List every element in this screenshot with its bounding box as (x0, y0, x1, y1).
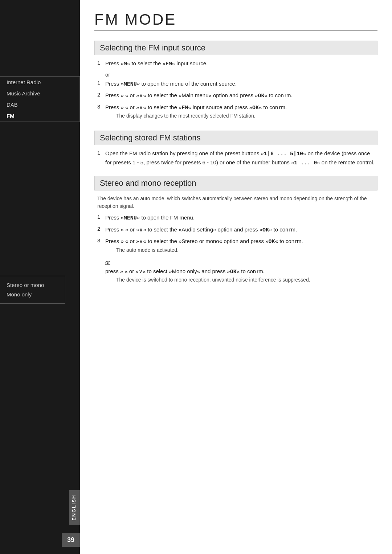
step-number: 1 (97, 149, 105, 156)
step-number: 3 (97, 237, 105, 243)
stored-fm-step-1: 1 Open the FM radio station by pressing … (94, 149, 377, 167)
step-text: Press »MENU« to open the menu of the cur… (105, 80, 237, 89)
or-divider-1: or (94, 71, 377, 78)
main-content: FM MODE Selecting the FM input source 1 … (80, 0, 392, 554)
step-text: Open the FM radio station by pressing on… (105, 149, 377, 167)
page-title: FM MODE (94, 11, 377, 30)
step-text: Press »MENU« to open the FM menu. (105, 214, 195, 223)
section-fm-input-heading: Selecting the FM input source (94, 41, 377, 55)
page-number: 39 (62, 533, 80, 547)
step-number: 1 (97, 80, 105, 86)
step-text: Press » « or »∨« to select the »Audio se… (105, 226, 297, 235)
step-number: 1 (97, 214, 105, 220)
section-fm-input: Selecting the FM input source 1 Press »M… (94, 41, 377, 122)
sidebar: Internet Radio Music Archive DAB FM Ster… (0, 0, 80, 554)
stored-fm-steps: 1 Open the FM radio station by pressing … (94, 149, 377, 167)
sidebar-callout-mono-only: Mono only (7, 290, 58, 299)
fm-input-steps: 1 Press »M« to select the »FM« input sou… (94, 59, 377, 122)
step-text: Press » « or »∨« to select the »Main men… (105, 91, 293, 100)
stereo-mono-step-2: 2 Press » « or »∨« to select the »Audio … (94, 226, 377, 235)
language-tab: ENGLISH (69, 490, 80, 525)
stereo-mono-step-mono: press » « or »∨« to select »Mono only« a… (94, 267, 377, 286)
sidebar-item-music-archive: Music Archive (0, 88, 79, 99)
sidebar-item-fm: FM (0, 110, 79, 122)
step-text: press » « or »∨« to select »Mono only« a… (105, 267, 310, 276)
sidebar-callout-stereo-or-mono: Stereo or mono (7, 280, 58, 290)
step-text: Press » « or »∨« to select the »FM« inpu… (105, 103, 287, 112)
note-text: The device is switched to mono reception… (105, 276, 310, 284)
fm-input-step-1: 1 Press »M« to select the »FM« input sou… (94, 59, 377, 69)
step-text: Press » « or »∨« to select the »Stereo o… (105, 237, 303, 246)
fm-input-step-1b: 1 Press »MENU« to open the menu of the c… (94, 80, 377, 89)
note-text: The display changes to the most recently… (105, 112, 287, 120)
stereo-mono-step-3: 3 Press » « or »∨« to select the »Stereo… (94, 237, 377, 256)
step-number: 1 (97, 59, 105, 66)
fm-input-step-3: 3 Press » « or »∨« to select the »FM« in… (94, 103, 377, 122)
or-text-1: or (105, 71, 377, 78)
sidebar-item-internet-radio: Internet Radio (0, 77, 79, 88)
stereo-mono-steps: 1 Press »MENU« to open the FM menu. 2 Pr… (94, 214, 377, 286)
section-stored-fm: Selecting stored FM stations 1 Open the … (94, 131, 377, 167)
section-stereo-mono-heading: Stereo and mono reception (94, 176, 377, 190)
section-stored-fm-heading: Selecting stored FM stations (94, 131, 377, 145)
step-text: Press »M« to select the »FM« input sourc… (105, 59, 208, 69)
step-number: 2 (97, 91, 105, 98)
sidebar-callout-stereo-mono: Stereo or mono Mono only (0, 276, 65, 304)
stereo-mono-intro: The device has an auto mode, which switc… (94, 195, 377, 210)
stereo-mono-step-1: 1 Press »MENU« to open the FM menu. (94, 214, 377, 223)
step-number: 2 (97, 226, 105, 232)
fm-input-step-2: 2 Press » « or »∨« to select the »Main m… (94, 91, 377, 100)
or-divider-2: or (94, 259, 377, 265)
section-stereo-mono: Stereo and mono reception The device has… (94, 176, 377, 286)
sidebar-item-dab: DAB (0, 99, 79, 110)
or-text-2: or (105, 259, 377, 265)
step-number: 3 (97, 103, 105, 110)
sidebar-menu: Internet Radio Music Archive DAB FM (0, 76, 80, 122)
note-text: The auto mode is activated. (105, 246, 303, 254)
